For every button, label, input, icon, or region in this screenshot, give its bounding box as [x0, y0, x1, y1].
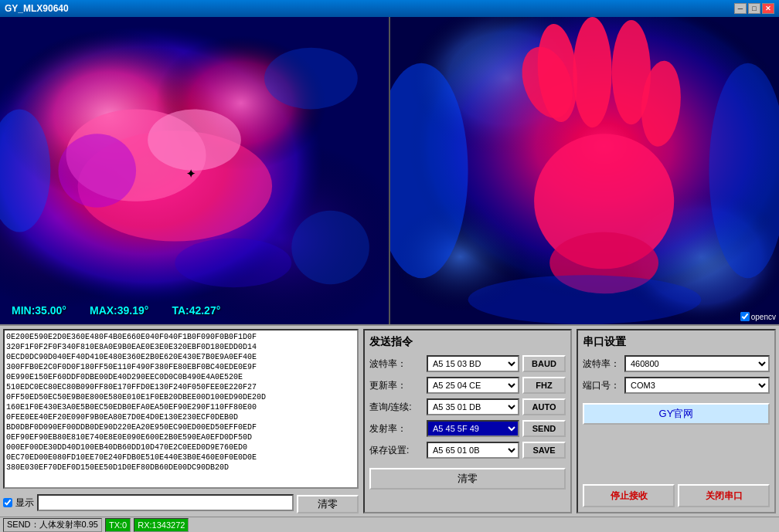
save-label: 保存设置:	[369, 444, 424, 457]
baud-select[interactable]: A5 15 03 BD	[427, 355, 519, 372]
fhz-button[interactable]: FHZ	[522, 377, 566, 394]
serial-panel: 串口设置 波特率： 460800 115200 9600 端口号： COM3 C…	[577, 329, 776, 513]
status-rx: RX:1343272	[134, 518, 189, 532]
auto-label: 查询/连续:	[369, 401, 424, 414]
titlebar: GY_MLX90640 ─ □ ✕	[0, 0, 779, 17]
cmd-row-save: 保存设置: A5 65 01 0B SAVE	[369, 442, 566, 459]
baud-label: 波特率：	[369, 357, 424, 371]
svg-point-9	[58, 134, 136, 208]
opencv-label: opencv	[751, 313, 776, 321]
serial-row-baud: 波特率： 460800 115200 9600	[583, 355, 770, 372]
thermal-image-right	[390, 17, 779, 324]
clear-zero-button[interactable]: 清零	[369, 468, 566, 490]
serial-panel-title: 串口设置	[583, 335, 770, 349]
baud-button[interactable]: BAUD	[522, 355, 566, 372]
minimize-button[interactable]: ─	[734, 3, 747, 14]
save-select[interactable]: A5 65 01 0B	[427, 442, 519, 459]
opencv-checkbox[interactable]	[740, 312, 750, 321]
clear-input[interactable]	[37, 494, 294, 511]
cmd-row-baud: 波特率： A5 15 03 BD BAUD	[369, 355, 566, 372]
max-temp-label: MAX:39.19°	[90, 304, 148, 317]
serial-baud-select[interactable]: 460800 115200 9600	[624, 355, 770, 372]
fhz-label: 更新率：	[369, 379, 424, 392]
serial-port-select[interactable]: COM3 COM1 COM2	[624, 377, 770, 394]
cmd-panel-title: 发送指令	[369, 335, 566, 349]
bottom-section: 0E200E590E2D0E360E480F4B0E660E040F040F1B…	[0, 326, 779, 517]
log-content: 0E200E590E2D0E360E480F4B0E660E040F040F1B…	[6, 333, 266, 472]
display-checkbox[interactable]	[3, 498, 12, 507]
svg-point-8	[148, 109, 241, 171]
main-content: ✦ MIN:35.00° MAX:39.19° TA:42.27°	[0, 17, 779, 532]
close-port-button[interactable]: 关闭串口	[678, 484, 770, 507]
svg-point-21	[573, 17, 611, 127]
maximize-button[interactable]: □	[748, 3, 760, 14]
log-area: 0E200E590E2D0E360E480F4B0E660E040F040F1B…	[3, 329, 359, 513]
status-tx: TX:0	[105, 518, 131, 532]
status-send: SEND：人体发射率0.95	[3, 518, 102, 532]
crosshair: ✦	[186, 168, 196, 180]
svg-point-28	[468, 275, 702, 324]
svg-point-13	[175, 239, 291, 288]
close-button[interactable]: ✕	[762, 3, 774, 14]
log-bottom-row: 显示 清零	[3, 492, 359, 513]
cmd-row-fhz: 更新率： A5 25 04 CE FHZ	[369, 377, 566, 394]
send-button[interactable]: SEND	[522, 420, 566, 437]
statusbar: SEND：人体发射率0.95 TX:0 RX:1343272	[0, 517, 779, 532]
save-button[interactable]: SAVE	[522, 442, 566, 459]
camera-right: opencv	[390, 17, 779, 324]
camera-views: ✦ MIN:35.00° MAX:39.19° TA:42.27°	[0, 17, 779, 326]
command-panel: 发送指令 波特率： A5 15 03 BD BAUD 更新率： A5 25 04…	[363, 329, 572, 513]
auto-select[interactable]: A5 35 01 DB	[427, 398, 519, 415]
serial-port-label: 端口号：	[583, 379, 621, 392]
display-label: 显示	[15, 496, 34, 510]
window-title: GY_MLX90640	[5, 3, 734, 14]
temp-labels: MIN:35.00° MAX:39.19° TA:42.27°	[0, 304, 389, 317]
auto-button[interactable]: AUTO	[522, 398, 566, 415]
camera-left: ✦ MIN:35.00° MAX:39.19° TA:42.27°	[0, 17, 390, 324]
svg-point-12	[291, 211, 369, 285]
thermal-svg-right	[390, 17, 779, 324]
log-text[interactable]: 0E200E590E2D0E360E480F4B0E660E040F040F1B…	[3, 329, 359, 489]
opencv-overlay: opencv	[740, 312, 776, 321]
cmd-row-auto: 查询/连续: A5 35 01 DB AUTO	[369, 398, 566, 415]
serial-row-port: 端口号： COM3 COM1 COM2	[583, 377, 770, 394]
svg-point-11	[264, 48, 358, 110]
gy-website-button[interactable]: GY官网	[583, 403, 770, 425]
cmd-row-send: 发射率： A5 45 5F 49 SEND	[369, 420, 566, 437]
window-controls: ─ □ ✕	[734, 3, 774, 14]
serial-baud-label: 波特率：	[583, 357, 621, 371]
clear-button[interactable]: 清零	[297, 495, 359, 513]
send-label: 发射率：	[369, 422, 424, 435]
action-buttons: 停止接收 关闭串口	[583, 484, 770, 507]
fhz-select[interactable]: A5 25 04 CE	[427, 377, 519, 394]
send-select[interactable]: A5 45 5F 49	[427, 420, 519, 437]
min-temp-label: MIN:35.00°	[12, 304, 66, 317]
stop-receive-button[interactable]: 停止接收	[583, 484, 675, 507]
ta-temp-label: TA:42.27°	[172, 304, 220, 317]
